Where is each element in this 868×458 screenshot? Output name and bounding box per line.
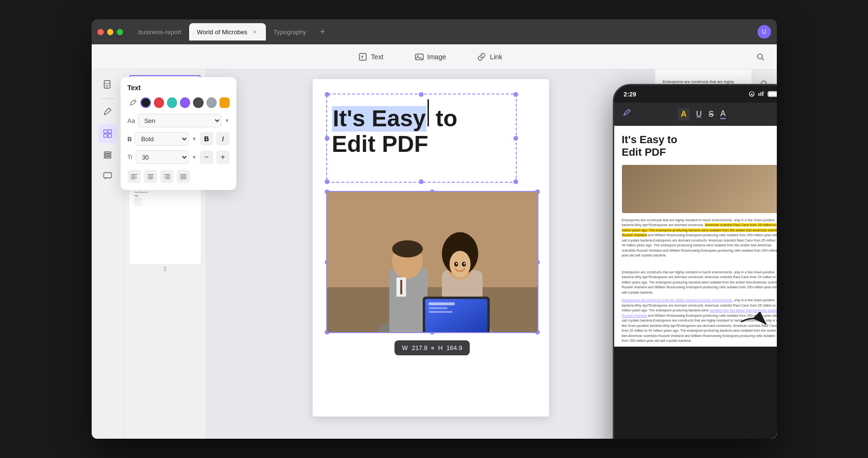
sidebar-item-comment[interactable] — [98, 166, 117, 186]
text-content: It's Easy to Edit PDF — [327, 94, 515, 162]
svg-rect-44 — [762, 92, 763, 96]
handle-bottom-right[interactable] — [513, 179, 518, 184]
mobile-strikethrough-icon[interactable]: S — [708, 110, 714, 119]
tab-label: Typography — [274, 28, 306, 36]
color-green[interactable] — [167, 97, 177, 108]
svg-rect-11 — [104, 152, 111, 153]
color-tools-row — [127, 97, 230, 108]
svg-rect-12 — [104, 154, 111, 156]
search-toolbar-icon[interactable] — [752, 48, 769, 66]
image-selection-box[interactable]: W 217.8 H 164.9 — [326, 191, 538, 333]
svg-text:T: T — [361, 55, 364, 60]
mobile-link-text-1[interactable]: Endospores are constructs that are highl… — [622, 298, 733, 302]
minimize-button[interactable] — [107, 29, 113, 35]
toolbar: T Text Image Link — [92, 44, 777, 69]
main-area: It's Easy to Edit PDF Endospores are con… — [92, 69, 777, 439]
bold-button[interactable]: B — [200, 132, 213, 146]
sidebar-item-layers[interactable] — [98, 145, 117, 164]
svg-rect-42 — [758, 93, 759, 96]
color-black[interactable] — [140, 97, 151, 108]
color-violet[interactable] — [180, 97, 190, 108]
bold-row: B Bold ▼ B I — [127, 132, 230, 146]
mobile-underline-icon[interactable]: U — [696, 110, 702, 119]
svg-rect-38 — [428, 307, 448, 309]
font-weight-select[interactable]: Bold — [135, 132, 189, 146]
close-button[interactable] — [97, 29, 104, 35]
mobile-draw-icon[interactable] — [622, 108, 632, 120]
add-tab-button[interactable]: + — [316, 25, 330, 39]
svg-rect-43 — [760, 92, 761, 96]
annotation-arrow — [737, 312, 771, 333]
sidebar-item-document[interactable] — [98, 75, 117, 94]
mobile-text-color-icon[interactable]: A — [720, 109, 726, 119]
mobile-status-icons — [748, 91, 777, 97]
mobile-more-icon[interactable]: ⋮ — [772, 108, 777, 120]
font-row: Aa Sen ▼ — [127, 114, 230, 127]
svg-point-28 — [449, 251, 470, 277]
link-tool-button[interactable]: Link — [471, 49, 508, 65]
svg-point-21 — [392, 240, 422, 257]
text-panel: Text Aa Sen — [121, 77, 236, 190]
link-icon — [477, 52, 486, 62]
align-justify-button[interactable] — [177, 170, 190, 183]
text-size-icon: Tr — [127, 154, 133, 161]
text-line1-rest: to — [429, 106, 457, 132]
pen-tool-icon[interactable] — [127, 97, 138, 108]
weight-chevron: ▼ — [192, 136, 197, 142]
dim-separator — [431, 347, 434, 350]
tab-close-icon[interactable]: ✕ — [251, 28, 258, 35]
svg-rect-14 — [104, 173, 111, 178]
sidebar-item-edit[interactable] — [98, 124, 117, 143]
height-value: 164.9 — [446, 344, 462, 351]
color-red[interactable] — [154, 97, 164, 108]
mobile-image — [622, 165, 777, 213]
mobile-format-icons: A U S A — [678, 108, 725, 121]
size-increase-button[interactable]: + — [216, 150, 230, 164]
font-family-select[interactable]: Sen — [138, 114, 221, 127]
font-chevron: ▼ — [224, 118, 230, 123]
svg-point-30 — [456, 263, 457, 264]
text-tool-button[interactable]: T Text — [352, 49, 389, 65]
link-tool-label: Link — [490, 53, 502, 61]
tab-world-of-microbes[interactable]: World of Microbes ✕ — [189, 23, 266, 40]
svg-point-3 — [417, 55, 418, 56]
sidebar-divider-1 — [100, 98, 115, 99]
svg-rect-9 — [104, 134, 107, 137]
color-orange[interactable] — [220, 97, 230, 108]
svg-point-32 — [463, 263, 465, 264]
svg-rect-45 — [764, 91, 765, 93]
size-row: Tr 30 ▼ − + — [127, 150, 230, 164]
image-tool-button[interactable]: Image — [409, 49, 452, 65]
sidebar-item-pen[interactable] — [98, 103, 117, 122]
handle-bottom-left[interactable] — [325, 179, 330, 184]
handle-bottom-center[interactable] — [419, 179, 424, 184]
dimensions-tooltip: W 217.8 H 164.9 — [394, 340, 470, 355]
page-number-2: 2 — [164, 266, 166, 272]
color-gray[interactable] — [207, 97, 217, 108]
tab-business-report[interactable]: business-report — [131, 23, 190, 40]
width-value: 217.8 — [412, 344, 427, 351]
mobile-time: 2:29 — [624, 91, 636, 98]
tab-label: business-report — [138, 28, 182, 36]
svg-rect-7 — [104, 130, 107, 133]
italic-button[interactable]: I — [216, 132, 230, 146]
size-chevron: ▼ — [192, 154, 197, 160]
color-darkgray[interactable] — [193, 97, 203, 108]
svg-rect-47 — [768, 92, 777, 96]
align-left-button[interactable] — [127, 170, 141, 183]
font-size-select[interactable]: 30 — [136, 150, 189, 164]
size-decrease-button[interactable]: − — [200, 150, 213, 164]
title-bar: business-report World of Microbes ✕ Typo… — [92, 19, 777, 44]
align-right-button[interactable] — [160, 170, 174, 183]
mobile-bold-icon[interactable]: A — [678, 108, 689, 121]
maximize-button[interactable] — [117, 29, 123, 35]
window-controls — [97, 29, 123, 35]
align-center-button[interactable] — [144, 170, 157, 183]
tab-typography[interactable]: Typography — [266, 23, 314, 40]
svg-line-5 — [762, 58, 764, 60]
mobile-page-title: It's Easy to Edit PDF — [622, 134, 777, 159]
text-highlighted: It's Easy — [332, 106, 427, 132]
canvas-area[interactable]: It's Easy to Edit PDF — [207, 69, 655, 439]
mobile-body-text: Endospores are constructs that are highl… — [622, 218, 777, 258]
image-icon — [414, 52, 424, 62]
